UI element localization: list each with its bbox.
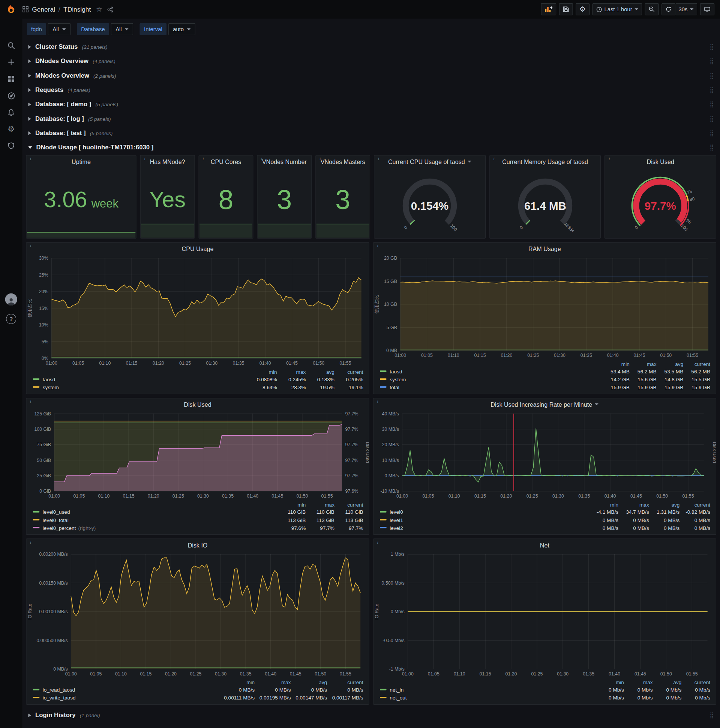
- panel-title[interactable]: RAM Usage: [374, 243, 716, 255]
- panel-title[interactable]: VNodes Masters: [316, 155, 370, 167]
- panel-info-icon[interactable]: i: [28, 399, 34, 405]
- panel-info-icon[interactable]: i: [606, 156, 612, 162]
- help-icon[interactable]: ?: [6, 314, 16, 324]
- legend-column-header[interactable]: avg: [653, 679, 682, 685]
- grafana-logo[interactable]: [0, 4, 22, 15]
- panel-title[interactable]: Disk Used Increasing Rate per Minute: [374, 398, 716, 410]
- row-drag-handle[interactable]: ⣿: [709, 130, 714, 136]
- row-login-history[interactable]: Login History (1 panel) ⣿: [26, 708, 716, 722]
- panel-info-icon[interactable]: i: [376, 156, 381, 162]
- add-panel-button[interactable]: [541, 3, 557, 15]
- panel-info-icon[interactable]: i: [28, 243, 34, 249]
- legend-column-header[interactable]: avg: [656, 361, 683, 367]
- legend-series-level0_used[interactable]: level0_used110 GiB110 GiB110 GiB: [33, 508, 363, 515]
- panel-title[interactable]: Disk Used: [27, 398, 369, 410]
- panel-title[interactable]: Has MNode?: [140, 155, 195, 167]
- explore-compass-icon[interactable]: [0, 87, 22, 104]
- legend-column-header[interactable]: min: [587, 502, 618, 507]
- save-dashboard-button[interactable]: [559, 3, 573, 15]
- legend-series-net_in[interactable]: net_in0 Mb/s0 Mb/s0 Mb/s0 Mb/s: [380, 685, 710, 693]
- row-drag-handle[interactable]: ⣿: [709, 43, 714, 50]
- legend-series-total[interactable]: total15.9 GB15.9 GB15.9 GB15.9 GB: [380, 383, 710, 391]
- panel-info-icon[interactable]: i: [317, 156, 323, 162]
- legend-column-header[interactable]: current: [679, 502, 710, 507]
- panel-title[interactable]: Current CPU Usage of taosd: [374, 155, 485, 167]
- legend-column-header[interactable]: min: [219, 679, 255, 685]
- legend-column-header[interactable]: max: [255, 679, 291, 685]
- legend-series-level0_total[interactable]: level0_total113 GiB113 GiB113 GiB: [33, 515, 363, 523]
- legend-column-header[interactable]: max: [618, 502, 649, 507]
- legend-column-header[interactable]: min: [277, 502, 306, 507]
- panel-info-icon[interactable]: i: [28, 156, 34, 162]
- zoom-out-button[interactable]: [645, 3, 659, 15]
- configuration-gear-icon[interactable]: ⚙: [0, 121, 22, 138]
- row-drag-handle[interactable]: ⣿: [709, 144, 714, 151]
- refresh-button[interactable]: [662, 3, 675, 15]
- dashboard-title[interactable]: TDinsight: [63, 6, 91, 13]
- legend-series-net_out[interactable]: net_out0 Mb/s0 Mb/s0 Mb/s0 Mb/s: [380, 693, 710, 701]
- legend-column-header[interactable]: avg: [291, 679, 327, 685]
- row-drag-handle[interactable]: ⣿: [709, 115, 714, 122]
- legend-series-system[interactable]: system14.2 GB15.6 GB14.8 GB15.5 GB: [380, 375, 710, 383]
- panel-title[interactable]: CPU Usage: [27, 243, 369, 255]
- legend-column-header[interactable]: max: [630, 361, 657, 367]
- panel-info-icon[interactable]: i: [375, 399, 381, 405]
- panel-title[interactable]: VNodes Number: [258, 155, 312, 167]
- legend-series-level0[interactable]: level0-4.1 MB/s34.7 MB/s1.31 MB/s-0.82 M…: [380, 508, 710, 515]
- panel-info-icon[interactable]: i: [142, 156, 148, 162]
- panel-info-icon[interactable]: i: [491, 156, 497, 162]
- refresh-interval-button[interactable]: 30s: [675, 3, 697, 15]
- legend-column-header[interactable]: current: [681, 679, 710, 685]
- legend-series-level0_percent[interactable]: level0_percent(right-y)97.6%97.7%97.7%: [33, 523, 363, 531]
- panel-title[interactable]: Uptime: [27, 155, 136, 167]
- panel-title[interactable]: Current Memory Usage of taosd: [490, 155, 600, 167]
- row-dnode-usage[interactable]: DNode Usage [ huolinhe-TM1701:6030 ] ⣿: [26, 141, 716, 154]
- variable-value-dropdown[interactable]: All: [111, 23, 134, 35]
- legend-series-io_read_taosd[interactable]: io_read_taosd0 MB/s0 MB/s0 MB/s0 MB/s: [33, 685, 363, 693]
- legend-series-taosd[interactable]: taosd53.4 MB56.2 MB53.5 MB56.2 MB: [380, 367, 710, 375]
- row-requests[interactable]: Requests (4 panels) ⣿: [26, 83, 716, 96]
- legend-column-header[interactable]: min: [595, 679, 624, 685]
- dashboard-settings-button[interactable]: ⚙: [576, 3, 589, 15]
- row-database-test[interactable]: Database: [ test ] (5 panels) ⣿: [26, 126, 716, 139]
- share-icon[interactable]: [107, 6, 113, 12]
- legend-series-level1[interactable]: level10 MB/s0 MB/s0 MB/s0 MB/s: [380, 515, 710, 523]
- legend-column-header[interactable]: min: [248, 369, 277, 375]
- row-drag-handle[interactable]: ⣿: [709, 57, 714, 64]
- server-admin-shield-icon[interactable]: [0, 137, 22, 154]
- row-drag-handle[interactable]: ⣿: [709, 711, 714, 719]
- panel-title[interactable]: Disk IO: [27, 539, 369, 551]
- panel-info-icon[interactable]: i: [28, 540, 34, 545]
- search-icon[interactable]: [0, 37, 22, 54]
- panel-info-icon[interactable]: i: [375, 243, 381, 249]
- dashboards-icon[interactable]: [0, 70, 22, 87]
- legend-column-header[interactable]: avg: [306, 369, 334, 375]
- tv-mode-button[interactable]: [700, 3, 714, 15]
- row-drag-handle[interactable]: ⣿: [709, 101, 714, 108]
- legend-column-header[interactable]: avg: [649, 502, 680, 507]
- row-drag-handle[interactable]: ⣿: [709, 72, 714, 79]
- alerting-bell-icon[interactable]: [0, 104, 22, 121]
- row-database-demo[interactable]: Database: [ demo ] (5 panels) ⣿: [26, 98, 716, 111]
- row-dnodes-overview[interactable]: DNodes Overview (4 panels) ⣿: [26, 54, 716, 68]
- row-database-log[interactable]: Database: [ log ] (5 panels) ⣿: [26, 112, 716, 125]
- create-plus-icon[interactable]: [0, 54, 22, 71]
- panel-title[interactable]: Net: [374, 539, 716, 551]
- legend-column-header[interactable]: max: [277, 369, 306, 375]
- panel-title[interactable]: CPU Cores: [199, 155, 253, 167]
- row-cluster-status[interactable]: Cluster Status (21 panels) ⣿: [26, 40, 716, 53]
- legend-column-header[interactable]: current: [334, 502, 363, 507]
- legend-series-system[interactable]: system8.64%28.3%19.5%19.1%: [33, 383, 363, 391]
- panel-info-icon[interactable]: i: [200, 156, 206, 162]
- star-icon[interactable]: ☆: [96, 5, 102, 14]
- legend-series-level2[interactable]: level20 MB/s0 MB/s0 MB/s0 MB/s: [380, 523, 710, 531]
- row-mnodes-overview[interactable]: MNodes Overview (2 panels) ⣿: [26, 69, 716, 82]
- legend-column-header[interactable]: current: [327, 679, 363, 685]
- time-picker-button[interactable]: Last 1 hour: [592, 3, 642, 15]
- legend-column-header[interactable]: max: [624, 679, 653, 685]
- panel-info-icon[interactable]: i: [259, 156, 264, 162]
- legend-column-header[interactable]: current: [683, 361, 710, 367]
- breadcrumb-section[interactable]: General: [32, 6, 55, 13]
- legend-column-header[interactable]: max: [306, 502, 334, 507]
- legend-column-header[interactable]: min: [603, 361, 630, 367]
